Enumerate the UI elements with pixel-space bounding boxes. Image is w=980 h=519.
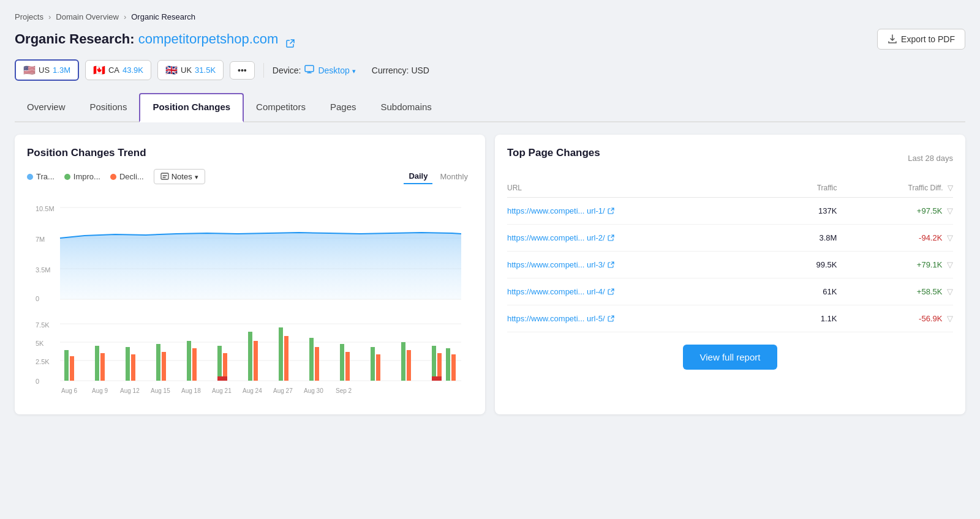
url-cell: https://www.competi... url-2/ (507, 225, 783, 252)
external-link-icon (608, 288, 614, 295)
page-title: Organic Research: competitorpetshop.com (15, 31, 295, 47)
traffic-cell: 1.1K (783, 305, 837, 332)
svg-text:7M: 7M (36, 236, 45, 243)
tab-competitors[interactable]: Competitors (244, 93, 318, 122)
country-ca-button[interactable]: 🇨🇦 CA 43.9K (85, 60, 151, 80)
legend-dot-declined (110, 174, 116, 180)
more-countries-button[interactable]: ••• (230, 61, 255, 80)
col-url: URL (507, 179, 783, 198)
chart-area: 10.5M 7M 3.5M 0 (27, 194, 473, 402)
breadcrumb: Projects › Domain Overview › Organic Res… (15, 12, 965, 21)
breadcrumb-current: Organic Research (131, 12, 195, 21)
svg-text:Aug 24: Aug 24 (243, 387, 262, 394)
breadcrumb-projects[interactable]: Projects (15, 12, 43, 21)
row-filter-icon[interactable]: ▽ (947, 233, 953, 242)
external-link-icon (608, 261, 614, 268)
traffic-cell: 61K (783, 278, 837, 305)
svg-text:0: 0 (36, 378, 39, 385)
traffic-cell: 137K (783, 198, 837, 225)
svg-rect-45 (432, 376, 442, 381)
row-filter-icon[interactable]: ▽ (947, 206, 953, 215)
url-link[interactable]: https://www.competi... url-3/ (507, 260, 783, 269)
tab-pages[interactable]: Pages (318, 93, 369, 122)
svg-text:Aug 6: Aug 6 (61, 387, 78, 394)
monitor-icon (304, 65, 315, 75)
svg-text:Aug 9: Aug 9 (92, 387, 108, 394)
svg-text:0: 0 (36, 295, 39, 302)
svg-rect-28 (217, 346, 222, 381)
svg-rect-37 (340, 344, 344, 381)
svg-text:7.5K: 7.5K (36, 321, 50, 329)
row-filter-icon[interactable]: ▽ (947, 260, 953, 269)
us-flag: 🇺🇸 (23, 64, 36, 76)
url-link[interactable]: https://www.competi... url-5/ (507, 314, 783, 323)
external-link-icon (608, 207, 614, 214)
svg-text:Aug 21: Aug 21 (212, 387, 232, 394)
url-link[interactable]: https://www.competi... url-1/ (507, 206, 783, 215)
diff-cell: -94.2K ▽ (837, 225, 953, 252)
domain-name: competitorpetshop.com (138, 31, 279, 47)
svg-text:Sep 2: Sep 2 (336, 387, 352, 394)
row-filter-icon[interactable]: ▽ (947, 287, 953, 296)
period-label: Last 28 days (908, 154, 953, 163)
legend-dot-traffic (27, 174, 33, 180)
svg-rect-47 (451, 354, 456, 381)
tab-position-changes[interactable]: Position Changes (139, 93, 244, 122)
monthly-view-button[interactable]: Monthly (435, 169, 473, 184)
tab-subdomains[interactable]: Subdomains (368, 93, 443, 122)
svg-text:3.5M: 3.5M (36, 266, 50, 274)
url-cell: https://www.competi... url-3/ (507, 252, 783, 278)
svg-text:Aug 27: Aug 27 (273, 387, 293, 394)
legend-dot-improved (64, 174, 70, 180)
svg-text:Aug 18: Aug 18 (181, 387, 201, 394)
url-cell: https://www.competi... url-4/ (507, 278, 783, 305)
svg-text:Aug 12: Aug 12 (120, 387, 140, 394)
notes-icon (160, 173, 169, 181)
device-selector: Device: Desktop (273, 65, 356, 75)
trend-chart: 10.5M 7M 3.5M 0 (27, 194, 473, 402)
svg-rect-0 (305, 65, 314, 72)
tab-overview[interactable]: Overview (15, 93, 78, 122)
external-link-icon (608, 234, 614, 241)
svg-text:Aug 30: Aug 30 (304, 387, 323, 394)
svg-text:5K: 5K (36, 340, 44, 347)
svg-rect-38 (345, 352, 350, 381)
svg-rect-30 (217, 376, 227, 381)
tab-positions[interactable]: Positions (78, 93, 140, 122)
currency-label: Currency: USD (372, 65, 429, 75)
table-row: https://www.competi... url-3/ 99.5K +79.… (507, 252, 953, 278)
export-pdf-button[interactable]: Export to PDF (877, 29, 965, 50)
external-link-icon[interactable] (286, 35, 295, 44)
filter-icon[interactable]: ▽ (948, 184, 953, 192)
external-link-icon (608, 315, 614, 322)
svg-rect-23 (131, 354, 135, 381)
nav-tabs: Overview Positions Position Changes Comp… (15, 93, 965, 122)
svg-rect-36 (315, 347, 319, 381)
url-cell: https://www.competi... url-1/ (507, 198, 783, 225)
diff-cell: -56.9K ▽ (837, 305, 953, 332)
main-grid: Position Changes Trend Tra... Impro... D… (15, 135, 965, 414)
chevron-down-icon (352, 65, 356, 75)
svg-rect-41 (401, 342, 405, 381)
svg-text:2.5K: 2.5K (36, 358, 50, 365)
traffic-cell: 3.8M (783, 225, 837, 252)
svg-rect-25 (162, 352, 166, 381)
upload-icon (888, 34, 897, 44)
url-link[interactable]: https://www.competi... url-2/ (507, 233, 783, 242)
notes-button[interactable]: Notes (154, 169, 205, 184)
col-traffic-diff: Traffic Diff. ▽ (837, 179, 953, 198)
url-link[interactable]: https://www.competi... url-4/ (507, 287, 783, 296)
table-row: https://www.competi... url-4/ 61K +58.5K… (507, 278, 953, 305)
svg-rect-39 (371, 347, 375, 381)
country-uk-button[interactable]: 🇬🇧 UK 31.5K (157, 60, 224, 80)
daily-view-button[interactable]: Daily (404, 169, 432, 184)
device-dropdown[interactable]: Desktop (304, 65, 355, 75)
svg-rect-34 (284, 336, 288, 381)
breadcrumb-domain-overview[interactable]: Domain Overview (56, 12, 119, 21)
country-us-button[interactable]: 🇺🇸 US 1.3M (15, 59, 79, 81)
svg-text:Aug 15: Aug 15 (151, 387, 170, 394)
view-full-report-button[interactable]: View full report (683, 345, 778, 370)
ca-flag: 🇨🇦 (93, 64, 105, 76)
row-filter-icon[interactable]: ▽ (947, 314, 953, 323)
diff-cell: +79.1K ▽ (837, 252, 953, 278)
